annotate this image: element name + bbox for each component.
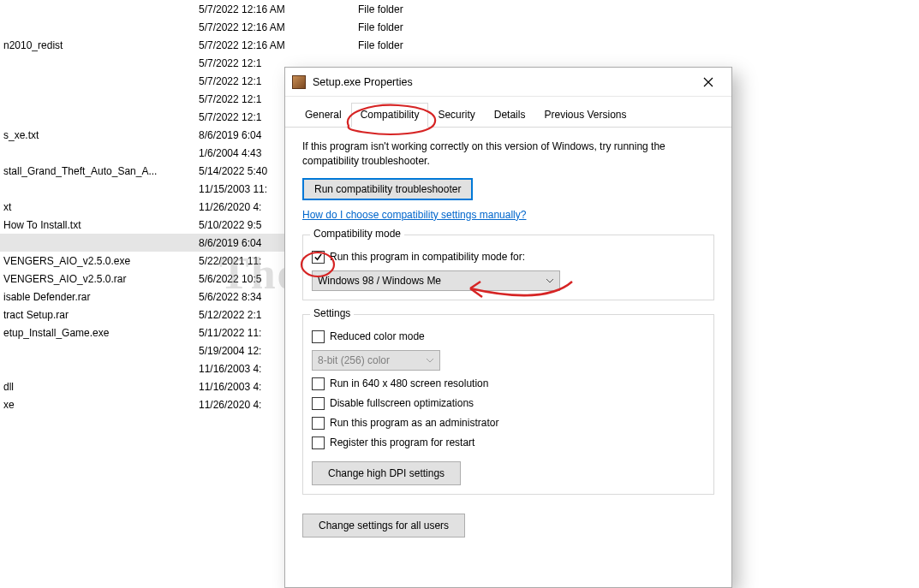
file-name-cell: xt [3, 201, 199, 213]
chevron-down-icon [546, 276, 554, 285]
tab-compatibility[interactable]: Compatibility [351, 103, 429, 128]
file-name-cell: isable Defender.rar [3, 291, 199, 303]
file-date-cell: 5/7/2022 12:16 AM [199, 3, 358, 15]
reduced-color-checkbox[interactable] [312, 330, 325, 343]
file-row[interactable]: 5/7/2022 12:16 AMFile folder [0, 18, 600, 36]
dialog-title: Setup.exe Properties [313, 76, 689, 88]
reduced-color-value: 8-bit (256) color [318, 354, 390, 366]
compat-group-caption: Compatibility mode [310, 228, 404, 240]
disable-fullscreen-label: Disable fullscreen optimizations [330, 397, 474, 409]
tab-details[interactable]: Details [485, 103, 535, 128]
file-name-cell: etup_Install_Game.exe [3, 327, 199, 339]
properties-dialog: Setup.exe Properties GeneralCompatibilit… [284, 67, 732, 588]
file-type-cell: File folder [358, 21, 486, 33]
file-name-cell: xe [3, 399, 199, 411]
compatibility-mode-group: Compatibility mode Run this program in c… [302, 235, 714, 300]
run-640x480-label: Run in 640 x 480 screen resolution [330, 377, 488, 389]
close-icon [703, 77, 713, 87]
change-all-users-button[interactable]: Change settings for all users [302, 514, 465, 538]
compat-mode-checkbox-label: Run this program in compatibility mode f… [330, 251, 525, 263]
reduced-color-select: 8-bit (256) color [312, 350, 440, 371]
register-restart-label: Register this program for restart [330, 437, 474, 448]
run-640x480-checkbox[interactable] [312, 377, 325, 390]
tab-content-compatibility: If this program isn't working correctly … [285, 128, 731, 549]
register-restart-checkbox[interactable] [312, 437, 325, 449]
disable-fullscreen-checkbox[interactable] [312, 397, 325, 410]
titlebar[interactable]: Setup.exe Properties [285, 68, 731, 97]
file-name-cell: VENGERS_AIO_v2.5.0.rar [3, 273, 199, 285]
file-name-cell: tract Setup.rar [3, 309, 199, 321]
tab-security[interactable]: Security [428, 103, 484, 128]
file-name-cell: How To Install.txt [3, 219, 199, 231]
tab-strip: GeneralCompatibilitySecurityDetailsPrevi… [285, 97, 731, 128]
file-type-cell: File folder [358, 3, 486, 15]
file-row[interactable]: n2010_redist5/7/2022 12:16 AMFile folder [0, 36, 600, 54]
file-name-cell: s_xe.txt [3, 129, 199, 141]
file-row[interactable]: 5/7/2022 12:16 AMFile folder [0, 0, 600, 18]
file-type-cell: File folder [358, 39, 486, 51]
compat-mode-value: Windows 98 / Windows Me [318, 275, 441, 287]
tab-previous-versions[interactable]: Previous Versions [534, 103, 636, 128]
reduced-color-label: Reduced color mode [330, 330, 425, 342]
manual-settings-link[interactable]: How do I choose compatibility settings m… [302, 209, 526, 221]
file-name-cell: n2010_redist [3, 39, 199, 51]
file-name-cell: stall_Grand_Theft_Auto_San_A... [3, 165, 199, 177]
change-high-dpi-button[interactable]: Change high DPI settings [312, 461, 461, 485]
info-text: If this program isn't working correctly … [302, 140, 714, 169]
file-date-cell: 5/7/2022 12:16 AM [199, 39, 358, 51]
tab-general[interactable]: General [295, 103, 351, 128]
close-button[interactable] [689, 69, 728, 95]
settings-group-caption: Settings [310, 307, 354, 319]
file-name-cell: VENGERS_AIO_v2.5.0.exe [3, 255, 199, 267]
run-as-admin-checkbox[interactable] [312, 417, 325, 430]
app-icon [292, 75, 306, 89]
settings-group: Settings Reduced color mode 8-bit (256) … [302, 314, 714, 495]
chevron-down-icon [426, 355, 434, 365]
run-as-admin-label: Run this program as an administrator [330, 417, 498, 429]
run-troubleshooter-button[interactable]: Run compatibility troubleshooter [302, 178, 473, 200]
compat-mode-checkbox[interactable] [312, 251, 325, 264]
file-name-cell: dll [3, 381, 199, 393]
file-date-cell: 5/7/2022 12:16 AM [199, 21, 358, 33]
compat-mode-select[interactable]: Windows 98 / Windows Me [312, 270, 560, 291]
